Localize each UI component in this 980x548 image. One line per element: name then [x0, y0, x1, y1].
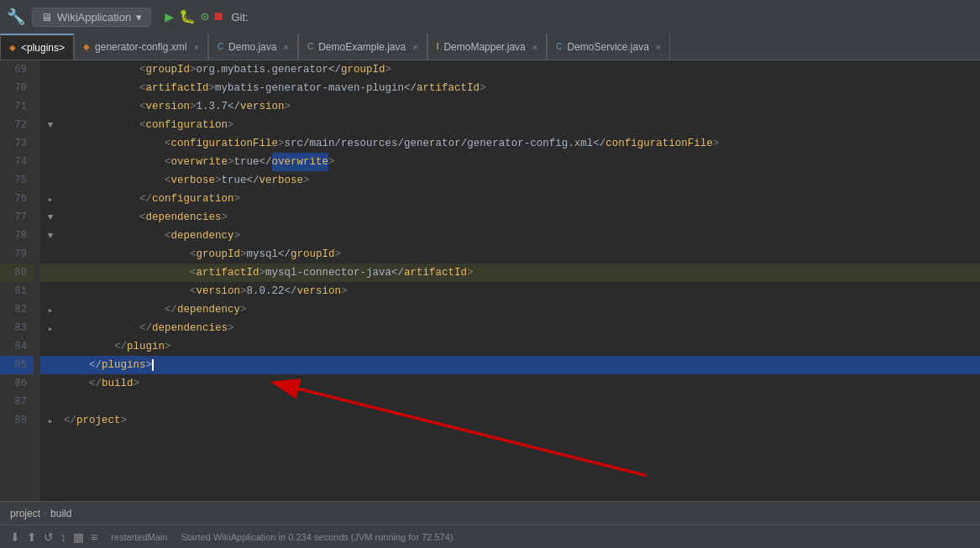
editor-tabs: ◆ <plugins> ◆ generator-config.xml × C D… — [0, 34, 980, 60]
tab-label-demo: Demo.java — [228, 41, 276, 53]
tab-close-mapper[interactable]: × — [532, 42, 537, 52]
fold-78[interactable]: ▼ — [40, 227, 60, 245]
tab-generator-config[interactable]: ◆ generator-config.xml × — [74, 34, 208, 60]
fold-72[interactable]: ▼ — [40, 116, 60, 134]
fold-83[interactable]: ▸ — [40, 319, 60, 337]
line-numbers: 69 70 71 72 73 74 75 76 77 78 79 80 81 8… — [0, 60, 40, 501]
breadcrumb-sep-1: › — [44, 508, 47, 519]
line-num-79: 79 — [0, 245, 34, 264]
code-line-87 — [60, 393, 980, 411]
stop-button[interactable]: ■ — [214, 8, 223, 25]
line-num-76: 76 — [0, 190, 34, 208]
line-num-84: 84 — [0, 337, 34, 356]
tab-label-service: DemoService.java — [567, 41, 648, 53]
tab-label-example: DemoExample.java — [318, 41, 406, 53]
code-line-81: <version>8.0.22</version> — [60, 282, 980, 300]
fold-85[interactable] — [40, 356, 60, 374]
fold-69[interactable] — [40, 60, 60, 79]
code-line-77: <dependencies> — [60, 208, 980, 227]
breadcrumb: project › build — [0, 501, 980, 525]
code-line-79: <groupId>mysql</groupId> — [60, 245, 980, 264]
line-num-83: 83 — [0, 319, 34, 337]
tab-icon-plugins: ◆ — [9, 43, 16, 52]
fold-74[interactable] — [40, 153, 60, 171]
tab-icon-xml: ◆ — [83, 42, 90, 51]
tab-label-mapper: DemoMapper.java — [443, 41, 525, 53]
code-line-75: <verbose>true</verbose> — [60, 171, 980, 190]
code-line-88: </project> — [60, 411, 980, 430]
line-num-72: 72 — [0, 116, 34, 134]
tab-plugins[interactable]: ◆ <plugins> — [0, 34, 74, 60]
debug-button[interactable]: 🐛 — [179, 8, 196, 25]
code-line-76: </configuration> — [60, 190, 980, 208]
breadcrumb-build: build — [50, 508, 71, 519]
app-selector[interactable]: 🖥 WikiApplication ▾ — [32, 8, 151, 27]
line-num-69: 69 — [0, 60, 34, 79]
tab-icon-demo: C — [217, 42, 223, 51]
fold-73[interactable] — [40, 134, 60, 153]
breadcrumb-project: project — [10, 508, 40, 519]
fold-76[interactable]: ▸ — [40, 190, 60, 208]
tab-label-plugins: <plugins> — [21, 42, 65, 54]
line-num-71: 71 — [0, 97, 34, 116]
fold-80[interactable] — [40, 264, 60, 282]
fold-81[interactable] — [40, 282, 60, 300]
app-icon: 🖥 — [41, 11, 52, 23]
tab-close-example[interactable]: × — [412, 42, 417, 52]
menu-icon[interactable]: ≡ — [91, 530, 97, 544]
line-num-82: 82 — [0, 300, 34, 319]
chevron-down-icon: ▾ — [136, 11, 142, 23]
tab-close-demo[interactable]: × — [283, 42, 288, 52]
download-icon[interactable]: ⬇ — [10, 530, 20, 544]
line-num-75: 75 — [0, 171, 34, 190]
swap-icon[interactable]: ↕ — [60, 530, 66, 544]
code-line-82: </dependency> — [60, 300, 980, 319]
cursor — [152, 359, 154, 371]
status-message: Started WikiApplication in 0.234 seconds… — [181, 532, 453, 542]
fold-86[interactable] — [40, 374, 60, 393]
tab-demo-java[interactable]: C Demo.java × — [208, 34, 298, 60]
tab-demo-mapper[interactable]: I DemoMapper.java × — [427, 34, 548, 60]
fold-70[interactable] — [40, 79, 60, 97]
code-line-73: <configurationFile>src/main/resources/ge… — [60, 134, 980, 153]
fold-77[interactable]: ▼ — [40, 208, 60, 227]
code-line-69: <groupId>org.mybatis.generator</groupId> — [60, 60, 980, 79]
tab-demo-example[interactable]: C DemoExample.java × — [298, 34, 427, 60]
fold-87[interactable] — [40, 393, 60, 411]
status-bar: ⬇ ⬆ ↺ ↕ ▦ ≡ restartedMain Started WikiAp… — [0, 525, 980, 548]
tab-icon-example: C — [307, 42, 313, 51]
fold-column: ▼ ▸ ▼ ▼ ▸ ▸ ▸ — [40, 60, 60, 501]
tab-demo-service[interactable]: C DemoService.java × — [547, 34, 670, 60]
fold-71[interactable] — [40, 97, 60, 116]
fold-88[interactable]: ▸ — [40, 411, 60, 430]
git-label: Git: — [231, 11, 248, 23]
tab-close-generator[interactable]: × — [193, 42, 198, 52]
code-line-74: <overwrite>true</overwrite> — [60, 153, 980, 171]
code-line-71: <version>1.3.7</version> — [60, 97, 980, 116]
line-num-88: 88 — [0, 411, 34, 430]
code-line-83: </dependencies> — [60, 319, 980, 337]
line-num-70: 70 — [0, 79, 34, 97]
code-line-80: <artifactId>mysql-connector-java</artifa… — [60, 264, 980, 282]
grid-icon[interactable]: ▦ — [73, 530, 84, 544]
upload-icon[interactable]: ⬆ — [27, 530, 37, 544]
app-name: WikiApplication — [57, 11, 131, 23]
fold-84[interactable] — [40, 337, 60, 356]
line-num-81: 81 — [0, 282, 34, 300]
refresh-icon[interactable]: ↺ — [44, 530, 54, 544]
run-button[interactable]: ▶ — [165, 8, 174, 26]
tab-close-service[interactable]: × — [656, 42, 661, 52]
line-num-73: 73 — [0, 134, 34, 153]
wrench-icon: 🔧 — [7, 8, 25, 26]
tab-label-generator: generator-config.xml — [95, 41, 186, 53]
code-line-84: </plugin> — [60, 337, 980, 356]
code-editor[interactable]: 69 70 71 72 73 74 75 76 77 78 79 80 81 8… — [0, 60, 980, 501]
tab-icon-mapper: I — [437, 42, 439, 51]
profile-button[interactable]: ⊙ — [201, 8, 209, 25]
line-num-87: 87 — [0, 393, 34, 411]
fold-75[interactable] — [40, 171, 60, 190]
code-line-70: <artifactId>mybatis-generator-maven-plug… — [60, 79, 980, 97]
fold-82[interactable]: ▸ — [40, 300, 60, 319]
code-content[interactable]: <groupId>org.mybatis.generator</groupId>… — [60, 60, 980, 501]
fold-79[interactable] — [40, 245, 60, 264]
